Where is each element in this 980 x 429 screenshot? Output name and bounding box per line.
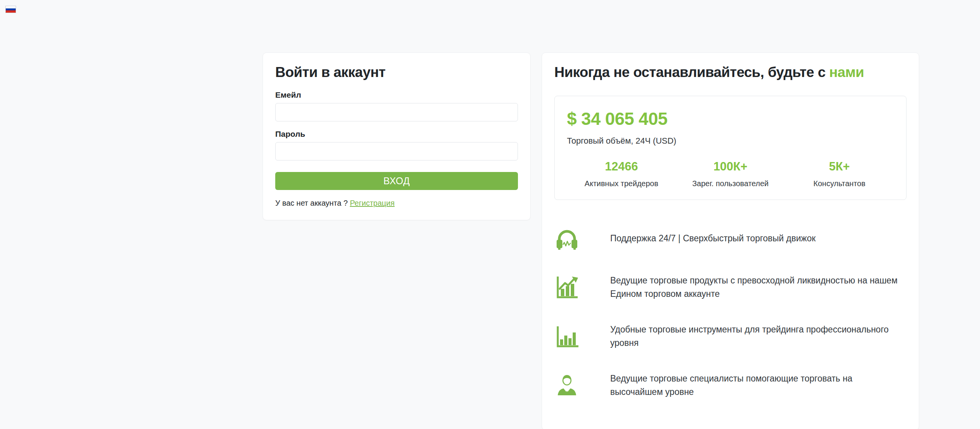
stat-label: Зарег. пользователей (676, 179, 785, 188)
password-input[interactable] (275, 142, 518, 160)
register-line: У вас нет аккаунта ? Регистрация (275, 199, 518, 208)
feature-text: Ведущие торговые специалисты помогающие … (610, 372, 906, 399)
register-link[interactable]: Регистрация (350, 199, 395, 207)
email-label: Емейл (275, 90, 518, 100)
feature-tools: Удобные торговые инструменты для трейдин… (554, 319, 906, 353)
no-account-text: У вас нет аккаунта ? (275, 199, 348, 207)
russia-flag-icon[interactable] (5, 6, 16, 13)
trading-volume-caption: Торговый объём, 24Ч (USD) (567, 136, 894, 146)
chart-growth-icon (554, 275, 580, 300)
promo-card: Никогда не останавливайтесь, будьте с на… (542, 52, 919, 429)
feature-support: Поддержка 24/7 | Сверхбыстрый торговый д… (554, 221, 906, 255)
feature-list: Поддержка 24/7 | Сверхбыстрый торговый д… (554, 221, 906, 402)
promo-title-highlight: нами (829, 64, 864, 80)
feature-specialists: Ведущие торговые специалисты помогающие … (554, 368, 906, 402)
feature-text: Удобные торговые инструменты для трейдин… (610, 323, 906, 350)
email-field-group: Емейл (275, 90, 518, 121)
promo-title-text: Никогда не останавливайтесь, будьте с (554, 64, 825, 80)
flag-stripe-red (6, 10, 16, 13)
stat-consultants: 5К+ Консультантов (785, 160, 894, 188)
password-field-group: Пароль (275, 129, 518, 160)
stats-row: 12466 Активных трейдеров 100К+ Зарег. по… (567, 160, 894, 188)
main-content: Войти в аккаунт Емейл Пароль ВХОД У вас … (263, 52, 919, 429)
volume-stats-box: $ 34 065 405 Торговый объём, 24Ч (USD) 1… (554, 96, 906, 200)
stat-label: Консультантов (785, 179, 894, 188)
password-label: Пароль (275, 129, 518, 139)
feature-products: Ведущие торговые продукты с превосходной… (554, 270, 906, 304)
trading-volume-amount: $ 34 065 405 (567, 108, 894, 129)
stat-label: Активных трейдеров (567, 179, 676, 188)
feature-text: Ведущие торговые продукты с превосходной… (610, 274, 906, 301)
stat-value: 5К+ (785, 160, 894, 174)
trader-person-icon (554, 373, 580, 398)
login-card: Войти в аккаунт Емейл Пароль ВХОД У вас … (263, 52, 531, 220)
stat-value: 12466 (567, 160, 676, 174)
feature-text: Поддержка 24/7 | Сверхбыстрый торговый д… (610, 232, 816, 245)
stat-active-traders: 12466 Активных трейдеров (567, 160, 676, 188)
stat-value: 100К+ (676, 160, 785, 174)
headset-icon (554, 226, 580, 251)
login-button[interactable]: ВХОД (275, 172, 518, 190)
email-input[interactable] (275, 103, 518, 121)
promo-title: Никогда не останавливайтесь, будьте с на… (554, 64, 906, 80)
bar-chart-icon (554, 324, 580, 349)
login-title: Войти в аккаунт (275, 64, 518, 80)
stat-registered-users: 100К+ Зарег. пользователей (676, 160, 785, 188)
